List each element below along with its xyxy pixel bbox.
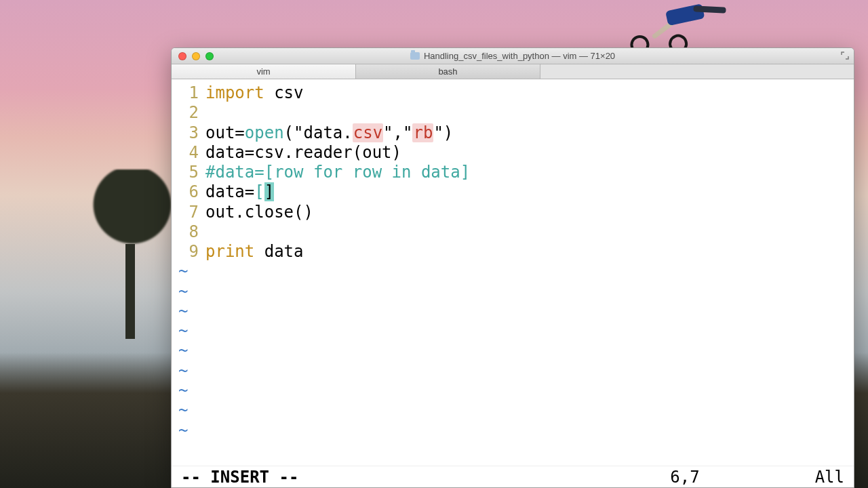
terminal-window: Handling_csv_files_with_python — vim — 7…	[171, 47, 854, 488]
line-number: 5	[172, 163, 205, 182]
line-number: 4	[172, 143, 205, 163]
line-number: 2	[172, 103, 205, 123]
vim-mode: -- INSERT --	[181, 468, 298, 487]
line-number: 1	[172, 83, 205, 103]
vim-editor[interactable]: 1import csv23out=open("data.csv","rb")4d…	[172, 79, 854, 466]
traffic-lights	[178, 52, 214, 60]
code-content: out=open("data.csv","rb")	[205, 123, 854, 143]
line-number: 8	[172, 222, 205, 242]
wallpaper-trunk	[125, 244, 135, 339]
code-line[interactable]: 8	[172, 222, 854, 242]
line-number: 6	[172, 182, 205, 202]
line-number: 3	[172, 123, 205, 143]
code-content: data=csv.reader(out)	[205, 143, 854, 163]
empty-line-tilde: ~	[172, 321, 188, 341]
tab-bash[interactable]: bash	[356, 64, 540, 79]
tab-label: bash	[438, 66, 457, 77]
code-content	[205, 103, 854, 123]
minimize-icon[interactable]	[192, 52, 200, 60]
empty-line-tilde: ~	[172, 401, 188, 420]
empty-line-tilde: ~	[172, 302, 188, 321]
code-line[interactable]: 6data=[]	[172, 182, 854, 202]
code-content: out.close()	[205, 203, 854, 222]
code-line[interactable]: 7out.close()	[172, 203, 854, 222]
empty-line-tilde: ~	[172, 282, 188, 302]
code-content: #data=[row for row in data]	[205, 163, 854, 182]
code-content: print data	[205, 242, 854, 262]
empty-line-tilde: ~	[172, 262, 188, 281]
window-titlebar[interactable]: Handling_csv_files_with_python — vim — 7…	[172, 48, 854, 64]
tab-label: vim	[256, 66, 270, 77]
code-content: data=[]	[205, 182, 854, 202]
tab-vim[interactable]: vim	[172, 64, 356, 79]
window-title-text: Handling_csv_files_with_python — vim — 7…	[424, 51, 615, 61]
code-line[interactable]: 9print data	[172, 242, 854, 262]
terminal-tabs: vim bash	[172, 64, 854, 79]
desktop-wallpaper: Handling_csv_files_with_python — vim — 7…	[0, 0, 868, 488]
folder-icon	[410, 52, 420, 60]
empty-line-tilde: ~	[172, 341, 188, 361]
expand-icon[interactable]	[840, 51, 850, 60]
code-line[interactable]: 2	[172, 103, 854, 123]
vim-cursor-position: 6,7	[670, 468, 699, 487]
line-number: 9	[172, 242, 205, 262]
vim-scroll-percent: All	[815, 468, 844, 487]
code-content: import csv	[205, 83, 854, 103]
code-content	[205, 222, 854, 242]
line-number: 7	[172, 203, 205, 222]
code-line[interactable]: 5#data=[row for row in data]	[172, 163, 854, 182]
empty-line-tilde: ~	[172, 381, 188, 401]
vim-status-bar: -- INSERT -- 6,7 All	[172, 466, 854, 487]
code-line[interactable]: 3out=open("data.csv","rb")	[172, 123, 854, 143]
empty-line-tilde: ~	[172, 361, 188, 381]
window-title: Handling_csv_files_with_python — vim — 7…	[172, 51, 854, 61]
zoom-icon[interactable]	[205, 52, 214, 60]
code-line[interactable]: 4data=csv.reader(out)	[172, 143, 854, 163]
code-line[interactable]: 1import csv	[172, 83, 854, 103]
empty-line-tilde: ~	[172, 421, 188, 441]
close-icon[interactable]	[178, 52, 186, 60]
